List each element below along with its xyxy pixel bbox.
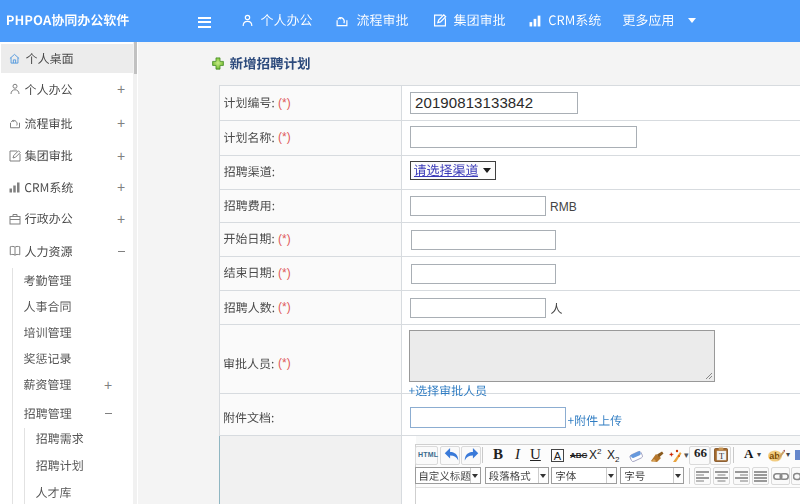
svg-text:T: T	[719, 451, 725, 461]
